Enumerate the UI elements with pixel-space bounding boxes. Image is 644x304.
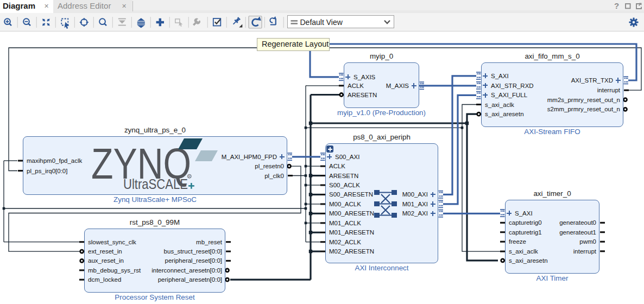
svg-text:UltraSCALE: UltraSCALE — [123, 176, 188, 192]
svg-text:R: R — [188, 175, 191, 178]
